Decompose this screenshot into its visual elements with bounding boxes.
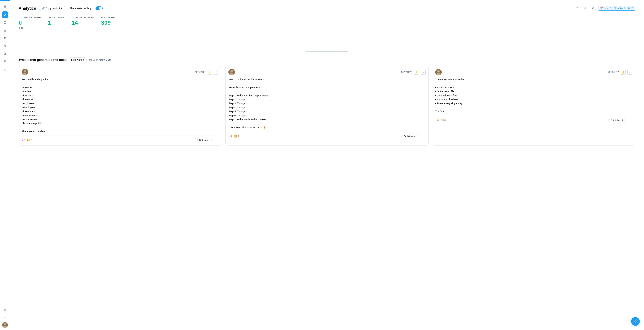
nav-grid[interactable] — [2, 19, 8, 26]
nav-compose[interactable] — [2, 11, 8, 18]
link-icon: 🔗 — [42, 7, 45, 10]
card-header-1: 2023/01/22 ⚡ ☆ — [228, 69, 426, 75]
card-header-2: 2023/01/22 ⚡ ☆ — [435, 69, 632, 75]
copy-link-button[interactable]: 🔗 Copy public link — [39, 6, 65, 11]
card-text-1: Want to write incredible tweets? Here's … — [228, 77, 426, 130]
card-retweets-2: 🔁 0 — [441, 119, 446, 121]
card-text-2: The secret sauce of Twitter: • Stay cons… — [435, 77, 632, 114]
svg-point-1 — [4, 323, 6, 325]
edit-tweet-btn-0[interactable]: Edit & tweet — [195, 138, 212, 142]
retweet-icon-0: 🔁 — [27, 139, 30, 142]
nav-dollar[interactable] — [2, 314, 8, 321]
more-btn-2[interactable]: ⋮ — [627, 118, 632, 123]
range-90d-button[interactable]: 90d — [590, 6, 597, 10]
date-range-picker[interactable]: 📅 Jan 16, 2023 - Jan 22, 2023 — [598, 6, 636, 10]
card-likes-0: ♥ 2 — [22, 139, 25, 142]
more-btn-1[interactable]: ⋮ — [420, 134, 426, 139]
svg-point-4 — [24, 70, 26, 72]
date-range-controls: 7d 30d 90d 📅 Jan 16, 2023 - Jan 22, 2023 — [574, 6, 636, 10]
card-star-2[interactable]: ☆ — [627, 70, 632, 75]
menu-icon[interactable]: ☰ — [2, 3, 8, 10]
card-likes-2: ♥ 0 — [435, 119, 439, 121]
retweet-icon-2: 🔁 — [441, 119, 444, 121]
card-header-0: 2023/01/18 ⚡ ☆ — [22, 69, 219, 75]
stat-total-engagement: TOTAL ENGAGEMENT 14 — [72, 17, 94, 29]
card-likes-1: ♥ 0 — [228, 135, 232, 138]
card-avatar-0 — [22, 69, 28, 75]
retweet-icon-1: 🔁 — [234, 135, 237, 138]
card-footer-1: ♥ 0 🔁 0 Edit & tweet ⋮ — [228, 132, 426, 139]
stat-follower-growth: FOLLOWER GROWTH 0 0.0% — [18, 17, 41, 29]
heart-icon-0: ♥ — [22, 139, 23, 142]
share-stats-toggle[interactable] — [96, 6, 103, 10]
chart-line — [306, 51, 348, 52]
card-star-1[interactable]: ☆ — [420, 70, 426, 75]
section-header: Tweets that generated the most Followers… — [18, 57, 636, 62]
range-30d-button[interactable]: 30d — [582, 6, 589, 10]
nav-grid2[interactable] — [2, 66, 8, 73]
nav-book[interactable] — [2, 51, 8, 57]
card-footer-0: ♥ 2 🔁 0 Edit & tweet ⋮ — [22, 136, 219, 143]
svg-point-10 — [437, 70, 440, 72]
stats-row: FOLLOWER GROWTH 0 0.0% PROFILE VISITS 1 … — [18, 17, 636, 34]
stat-impressions: IMPRESSIONS 309 — [101, 17, 116, 29]
section-title: Tweets that generated the most — [18, 58, 67, 62]
followers-dropdown[interactable]: Followers ▾ — [69, 57, 86, 62]
card-date-1: 2023/01/22 — [237, 71, 412, 73]
edit-tweet-btn-2[interactable]: Edit & tweet — [608, 118, 625, 122]
card-star-0[interactable]: ☆ — [214, 70, 219, 75]
svg-point-7 — [230, 70, 233, 72]
nav-pin[interactable] — [2, 43, 8, 49]
tweet-card-0: 2023/01/18 ⚡ ☆ Personal branding is for:… — [18, 66, 222, 146]
range-7d-button[interactable]: 7d — [574, 6, 581, 10]
calendar-icon: 📅 — [600, 7, 603, 10]
sidebar: ☰ — [0, 0, 10, 330]
tweet-card-1: 2023/01/22 ⚡ ☆ Want to write incredible … — [226, 66, 428, 146]
header: Analytics 🔗 Copy public link Share stats… — [18, 6, 636, 11]
based-on-label: based on profile visits — [89, 59, 111, 61]
chart-area — [18, 41, 636, 52]
main-content: Analytics 🔗 Copy public link Share stats… — [10, 0, 644, 330]
avatar[interactable] — [2, 322, 8, 328]
card-retweets-0: 🔁 0 — [27, 139, 32, 142]
edit-tweet-btn-1[interactable]: Edit & tweet — [402, 134, 418, 138]
card-boost-0[interactable]: ⚡ — [207, 70, 212, 75]
heart-icon-1: ♥ — [228, 135, 230, 138]
share-stats-label: Share stats publicly — [70, 7, 91, 10]
card-avatar-1 — [228, 69, 235, 75]
fab-icon: 🔗 — [633, 319, 638, 324]
card-text-0: Personal branding is for: • creators • s… — [22, 77, 219, 133]
card-date-2: 2023/01/22 — [444, 71, 619, 73]
cards-row: 2023/01/18 ⚡ ☆ Personal branding is for:… — [18, 66, 636, 146]
card-boost-1[interactable]: ⚡ — [414, 70, 419, 75]
nav-flash[interactable] — [2, 59, 8, 65]
card-avatar-2 — [435, 69, 442, 75]
nav-people[interactable] — [2, 35, 8, 41]
fab-button[interactable]: 🔗 — [631, 317, 640, 326]
card-retweets-1: 🔁 0 — [234, 135, 239, 138]
card-boost-2[interactable]: ⚡ — [620, 70, 626, 75]
nav-analytics[interactable] — [2, 27, 8, 33]
stat-profile-visits: PROFILE VISITS 1 — [48, 17, 64, 29]
top-bar — [0, 0, 10, 1]
heart-icon-2: ♥ — [435, 119, 437, 121]
more-btn-0[interactable]: ⋮ — [214, 138, 219, 143]
nav-settings[interactable] — [2, 307, 8, 313]
card-footer-2: ♥ 0 🔁 0 Edit & tweet ⋮ — [435, 116, 632, 123]
page-title: Analytics — [18, 6, 36, 11]
tweet-card-2: 2023/01/22 ⚡ ☆ The secret sauce of Twitt… — [432, 66, 636, 146]
card-date-0: 2023/01/18 — [30, 71, 205, 73]
